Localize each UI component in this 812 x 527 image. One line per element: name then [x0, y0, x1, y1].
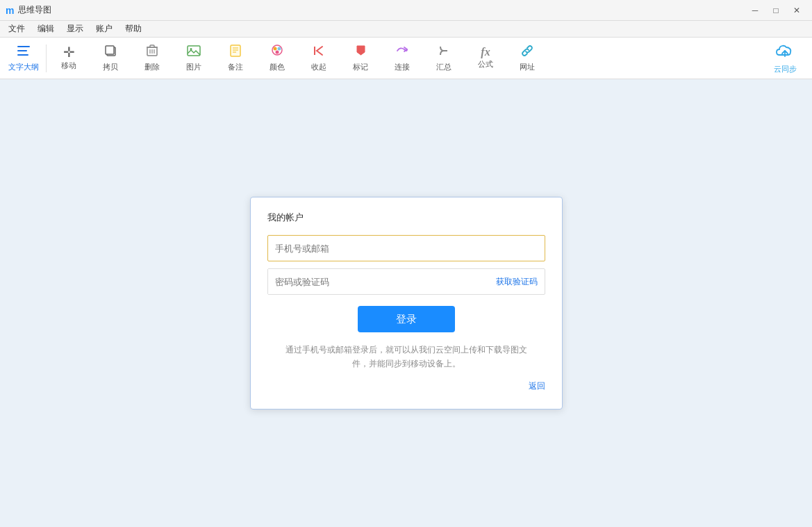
tool-summary[interactable]: 汇总: [423, 39, 465, 78]
tool-url-label: 网址: [520, 62, 535, 72]
copy-icon: [103, 44, 117, 60]
tool-image-label: 图片: [186, 62, 201, 72]
menu-bar: 文件 编辑 显示 账户 帮助: [0, 21, 812, 38]
tool-move-label: 移动: [61, 60, 76, 71]
tool-color[interactable]: 颜色: [256, 39, 298, 78]
tool-delete-label: 删除: [144, 62, 160, 72]
svg-point-19: [278, 47, 281, 51]
app-title: 思维导图: [18, 4, 51, 16]
svg-rect-2: [17, 54, 28, 56]
svg-point-20: [276, 51, 279, 54]
delete-icon: [145, 44, 159, 60]
tool-cloud-sync[interactable]: 云同步: [761, 39, 809, 78]
tool-mark[interactable]: 标记: [340, 39, 381, 78]
summary-icon: [437, 44, 451, 60]
formula-icon: fx: [481, 47, 490, 58]
password-input[interactable]: [268, 269, 489, 294]
toolbar: 文字大纲 ✛ 移动 拷贝 删除: [0, 38, 812, 79]
tool-color-label: 颜色: [270, 62, 285, 72]
get-verification-code-button[interactable]: 获取验证码: [489, 276, 545, 288]
dialog-description: 通过手机号或邮箱登录后，就可以从我们云空间上传和下载导图文件，并能同步到移动设备…: [267, 343, 545, 370]
text-outline-icon: [16, 44, 31, 60]
svg-rect-13: [231, 45, 240, 56]
tool-url[interactable]: 网址: [506, 39, 548, 78]
tool-delete[interactable]: 删除: [131, 39, 173, 78]
mark-icon: [354, 44, 367, 60]
cloud-sync-icon: [775, 42, 795, 64]
note-icon: [229, 44, 242, 60]
tool-connect-label: 连接: [395, 62, 410, 72]
tool-summary-label: 汇总: [436, 62, 451, 72]
tool-text-outline-label: 文字大纲: [8, 62, 39, 72]
tool-formula-label: 公式: [478, 59, 493, 70]
title-controls: ─ □ ✕: [745, 3, 806, 18]
tool-collapse[interactable]: 收起: [298, 39, 340, 78]
app-icon: m: [6, 5, 14, 16]
tool-image[interactable]: 图片: [173, 39, 215, 78]
svg-rect-0: [17, 46, 30, 47]
tool-note-label: 备注: [228, 62, 243, 72]
minimize-button[interactable]: ─: [745, 3, 765, 18]
username-group: [267, 235, 545, 261]
title-bar: m 思维导图 ─ □ ✕: [0, 0, 812, 21]
menu-view[interactable]: 显示: [61, 22, 89, 36]
cloud-sync-label: 云同步: [774, 64, 797, 74]
main-area: 我的帐户 获取验证码 登录 通过手机号或邮箱登录后，就可以从我们云空间上传和下载…: [0, 79, 812, 527]
url-icon: [520, 44, 535, 60]
toolbar-separator-1: [46, 44, 47, 72]
back-link-container: 返回: [267, 379, 545, 392]
back-link[interactable]: 返回: [529, 381, 545, 391]
image-icon: [186, 44, 201, 60]
tool-collapse-label: 收起: [311, 62, 326, 72]
svg-point-18: [274, 47, 277, 51]
svg-rect-1: [17, 50, 27, 51]
tool-copy-label: 拷贝: [103, 62, 118, 72]
dialog-title: 我的帐户: [267, 211, 545, 224]
menu-help[interactable]: 帮助: [119, 22, 147, 36]
tool-note[interactable]: 备注: [215, 39, 256, 78]
maximize-button[interactable]: □: [766, 3, 786, 18]
tool-copy[interactable]: 拷贝: [90, 39, 131, 78]
tool-text-outline[interactable]: 文字大纲: [3, 39, 44, 78]
svg-rect-11: [188, 46, 200, 56]
title-left: m 思维导图: [6, 4, 51, 16]
svg-rect-7: [150, 45, 154, 47]
tool-formula[interactable]: fx 公式: [465, 39, 506, 78]
login-dialog: 我的帐户 获取验证码 登录 通过手机号或邮箱登录后，就可以从我们云空间上传和下载…: [250, 197, 563, 409]
color-icon: [270, 44, 285, 60]
username-input[interactable]: [267, 235, 545, 261]
tool-move[interactable]: ✛ 移动: [48, 39, 90, 78]
tool-connect[interactable]: 连接: [381, 39, 423, 78]
menu-edit[interactable]: 编辑: [32, 22, 60, 36]
menu-file[interactable]: 文件: [3, 22, 31, 36]
svg-marker-22: [357, 46, 365, 55]
connect-icon: [395, 44, 410, 60]
menu-account[interactable]: 账户: [90, 22, 118, 36]
password-row: 获取验证码: [267, 268, 545, 295]
move-icon: ✛: [63, 45, 75, 59]
collapse-icon: [311, 44, 326, 60]
tool-mark-label: 标记: [353, 62, 368, 72]
close-button[interactable]: ✕: [787, 3, 806, 18]
login-button[interactable]: 登录: [358, 306, 455, 332]
svg-rect-4: [106, 46, 114, 54]
